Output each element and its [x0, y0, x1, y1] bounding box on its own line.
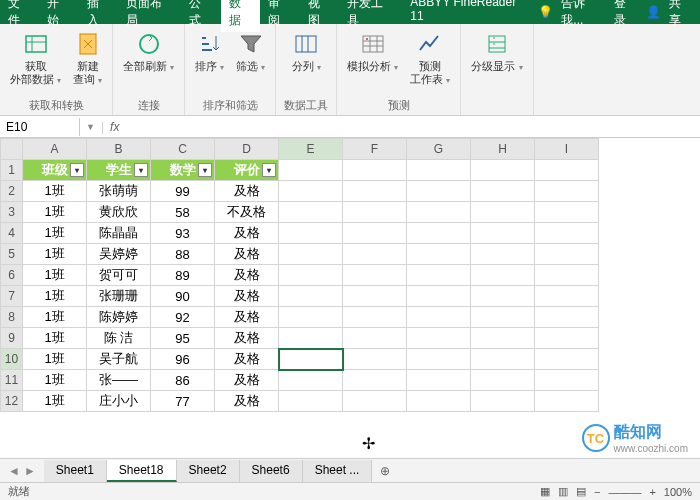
login-button[interactable]: 登录 — [614, 0, 637, 29]
view-pagebreak-icon[interactable]: ▤ — [576, 485, 586, 498]
filter-dropdown-icon[interactable]: ▾ — [134, 163, 148, 177]
cell-G6[interactable] — [407, 265, 471, 286]
cell-F7[interactable] — [343, 286, 407, 307]
col-header-A[interactable]: A — [23, 139, 87, 160]
row-header-2[interactable]: 2 — [1, 181, 23, 202]
cell-G2[interactable] — [407, 181, 471, 202]
cell-F5[interactable] — [343, 244, 407, 265]
filter-dropdown-icon[interactable]: ▾ — [262, 163, 276, 177]
cell-I10[interactable] — [535, 349, 599, 370]
ribbon-btn-全部刷新[interactable]: 全部刷新 ▾ — [121, 28, 176, 75]
cell-D5[interactable]: 及格 — [215, 244, 279, 265]
cell-A11[interactable]: 1班 — [23, 370, 87, 391]
zoom-level[interactable]: 100% — [664, 486, 692, 498]
cell-D9[interactable]: 及格 — [215, 328, 279, 349]
prev-sheet-icon[interactable]: ◄ — [8, 464, 20, 478]
table-header-数学[interactable]: 数学▾ — [151, 160, 215, 181]
cell-E8[interactable] — [279, 307, 343, 328]
cell-I3[interactable] — [535, 202, 599, 223]
cell-F11[interactable] — [343, 370, 407, 391]
name-box[interactable]: E10 — [0, 118, 80, 136]
cell-B4[interactable]: 陈晶晶 — [87, 223, 151, 244]
zoom-slider[interactable]: ——— — [608, 486, 641, 498]
ribbon-btn-分列[interactable]: 分列 ▾ — [290, 28, 323, 75]
cell-D10[interactable]: 及格 — [215, 349, 279, 370]
cell-B9[interactable]: 陈 洁 — [87, 328, 151, 349]
cell-H7[interactable] — [471, 286, 535, 307]
row-header-11[interactable]: 11 — [1, 370, 23, 391]
cell-B5[interactable]: 吴婷婷 — [87, 244, 151, 265]
row-header-10[interactable]: 10 — [1, 349, 23, 370]
cell-E9[interactable] — [279, 328, 343, 349]
cell-H4[interactable] — [471, 223, 535, 244]
view-normal-icon[interactable]: ▦ — [540, 485, 550, 498]
cell-E12[interactable] — [279, 391, 343, 412]
cell-G7[interactable] — [407, 286, 471, 307]
sheet-tab-Sheet18[interactable]: Sheet18 — [107, 460, 177, 482]
row-header-12[interactable]: 12 — [1, 391, 23, 412]
cell[interactable] — [343, 160, 407, 181]
sheet-tab-Sheet ...[interactable]: Sheet ... — [303, 460, 373, 482]
cell[interactable] — [279, 160, 343, 181]
cell-D11[interactable]: 及格 — [215, 370, 279, 391]
cell-C4[interactable]: 93 — [151, 223, 215, 244]
cell-G10[interactable] — [407, 349, 471, 370]
select-all-corner[interactable] — [1, 139, 23, 160]
zoom-in-icon[interactable]: + — [649, 486, 655, 498]
cell-F3[interactable] — [343, 202, 407, 223]
table-header-学生[interactable]: 学生▾ — [87, 160, 151, 181]
row-header-5[interactable]: 5 — [1, 244, 23, 265]
ribbon-btn-排序[interactable]: 排序 ▾ — [193, 28, 226, 75]
cell-G4[interactable] — [407, 223, 471, 244]
cell-D6[interactable]: 及格 — [215, 265, 279, 286]
cell-B7[interactable]: 张珊珊 — [87, 286, 151, 307]
dropdown-icon[interactable]: ▼ — [86, 122, 95, 132]
cell-C5[interactable]: 88 — [151, 244, 215, 265]
cell-E7[interactable] — [279, 286, 343, 307]
cell-H11[interactable] — [471, 370, 535, 391]
cell-A8[interactable]: 1班 — [23, 307, 87, 328]
cell[interactable] — [471, 160, 535, 181]
cell-I4[interactable] — [535, 223, 599, 244]
cell-I8[interactable] — [535, 307, 599, 328]
sheet-tab-Sheet1[interactable]: Sheet1 — [44, 460, 107, 482]
row-header-8[interactable]: 8 — [1, 307, 23, 328]
cell-D3[interactable]: 不及格 — [215, 202, 279, 223]
cell-G12[interactable] — [407, 391, 471, 412]
table-header-班级[interactable]: 班级▾ — [23, 160, 87, 181]
cell-I5[interactable] — [535, 244, 599, 265]
cell-G9[interactable] — [407, 328, 471, 349]
cell-I12[interactable] — [535, 391, 599, 412]
cell-C2[interactable]: 99 — [151, 181, 215, 202]
cell-C11[interactable]: 86 — [151, 370, 215, 391]
cell-E2[interactable] — [279, 181, 343, 202]
row-header-9[interactable]: 9 — [1, 328, 23, 349]
cell-I6[interactable] — [535, 265, 599, 286]
cell-A2[interactable]: 1班 — [23, 181, 87, 202]
cell-H9[interactable] — [471, 328, 535, 349]
cell-F10[interactable] — [343, 349, 407, 370]
table-header-评价[interactable]: 评价▾ — [215, 160, 279, 181]
cell-B3[interactable]: 黄欣欣 — [87, 202, 151, 223]
sheet-tab-Sheet2[interactable]: Sheet2 — [177, 460, 240, 482]
cell-A7[interactable]: 1班 — [23, 286, 87, 307]
ribbon-btn-获取外部数据[interactable]: 获取外部数据 ▾ — [8, 28, 63, 88]
cell-I7[interactable] — [535, 286, 599, 307]
cell-I2[interactable] — [535, 181, 599, 202]
cell-F6[interactable] — [343, 265, 407, 286]
col-header-I[interactable]: I — [535, 139, 599, 160]
ribbon-btn-模拟分析[interactable]: 模拟分析 ▾ — [345, 28, 400, 75]
cell-H2[interactable] — [471, 181, 535, 202]
cell-A3[interactable]: 1班 — [23, 202, 87, 223]
filter-dropdown-icon[interactable]: ▾ — [198, 163, 212, 177]
ribbon-btn-预测工作表[interactable]: 预测工作表 ▾ — [408, 28, 452, 88]
cell-G3[interactable] — [407, 202, 471, 223]
cell-G5[interactable] — [407, 244, 471, 265]
cell-D7[interactable]: 及格 — [215, 286, 279, 307]
cell-E3[interactable] — [279, 202, 343, 223]
cell-E4[interactable] — [279, 223, 343, 244]
cell-A5[interactable]: 1班 — [23, 244, 87, 265]
cell-B8[interactable]: 陈婷婷 — [87, 307, 151, 328]
col-header-B[interactable]: B — [87, 139, 151, 160]
row-header-4[interactable]: 4 — [1, 223, 23, 244]
